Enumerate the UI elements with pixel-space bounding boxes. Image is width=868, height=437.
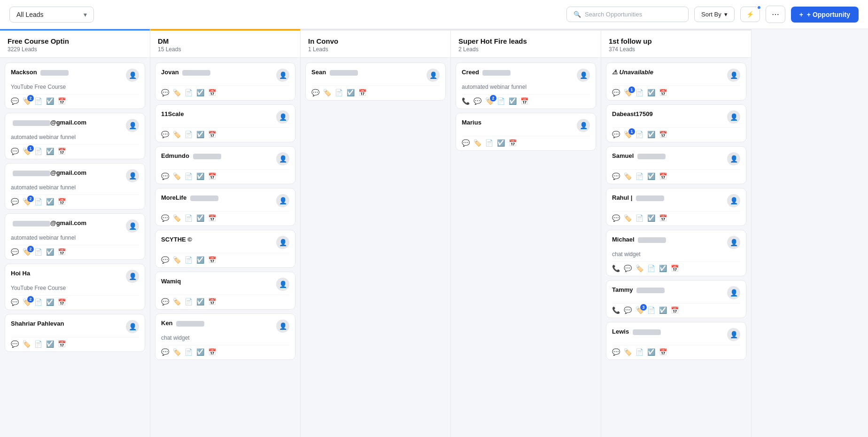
action-icon-0[interactable]: 💬 (161, 298, 169, 305)
avatar[interactable]: 👤 (126, 69, 139, 82)
action-icon-3[interactable]: ☑️ (46, 97, 54, 105)
card-jovan[interactable]: Jovan 👤 💬🏷️📄☑️📅 (155, 62, 295, 101)
action-icon-2[interactable]: 📄 (185, 89, 193, 96)
action-icon-4[interactable]: 📅 (58, 248, 66, 256)
action-icon-4[interactable]: ☑️ (509, 97, 517, 105)
card-gmail1[interactable]: @gmail.com 👤 automated webinar funnel 💬 … (5, 113, 145, 159)
card-tammy[interactable]: Tammy 👤 📞💬 🏷️3 📄☑️📅 (606, 280, 746, 318)
action-icon-4[interactable]: 📅 (58, 97, 66, 105)
more-button[interactable]: ⋯ (766, 6, 785, 23)
card-dabeast[interactable]: Dabeast17509 👤 💬 🏷️1 📄☑️📅 (606, 104, 746, 142)
avatar[interactable]: 👤 (126, 320, 139, 333)
action-icon-0[interactable]: 📞 (612, 306, 620, 314)
avatar[interactable]: 👤 (727, 194, 740, 207)
action-icon-3[interactable]: ☑️ (46, 248, 54, 256)
action-icon-3[interactable]: ☑️ (46, 198, 54, 205)
leads-dropdown[interactable]: All Leads ▾ (9, 7, 94, 23)
action-icon-2[interactable]: 📄 (34, 148, 42, 155)
card-creed[interactable]: Creed 👤 automated webinar funnel 📞💬 🏷️2 … (456, 62, 596, 109)
card-mackson[interactable]: Mackson 👤 YouTube Free Course 💬 🏷️2 📄☑️📅 (5, 62, 145, 109)
action-icon-3[interactable]: ☑️ (647, 214, 655, 222)
action-icon-3[interactable]: ☑️ (196, 348, 204, 356)
action-icon-1[interactable]: 🏷️ (323, 89, 331, 96)
action-icon-2[interactable]: 📄 (185, 131, 193, 138)
avatar[interactable]: 👤 (276, 278, 289, 291)
card-hoiha[interactable]: Hoi Ha 👤 YouTube Free Course 💬 🏷️2 📄☑️📅 (5, 264, 145, 310)
action-icon-5[interactable]: 📅 (520, 97, 528, 105)
action-icon-0[interactable]: 💬 (161, 256, 169, 264)
action-icon-2[interactable]: 📄 (636, 172, 643, 180)
avatar[interactable]: 👤 (577, 69, 590, 82)
action-icon-0[interactable]: 📞 (612, 265, 620, 272)
action-icon-0[interactable]: 💬 (612, 131, 620, 138)
avatar[interactable]: 👤 (276, 194, 289, 207)
action-icon-3[interactable]: ☑️ (497, 139, 505, 147)
avatar[interactable]: 👤 (126, 270, 139, 283)
sort-button[interactable]: Sort By ▾ (694, 7, 735, 22)
badge-icon[interactable]: 🏷️2 (485, 97, 493, 105)
action-icon-4[interactable]: 📅 (208, 89, 216, 96)
action-icon-4[interactable]: 📅 (659, 172, 667, 180)
action-icon-0[interactable]: 💬 (612, 214, 620, 222)
action-icon-4[interactable]: 📅 (659, 131, 667, 138)
action-icon-2[interactable]: 📄 (34, 248, 42, 256)
action-icon-2[interactable]: 🏷️ (636, 265, 643, 272)
action-icon-3[interactable]: 📄 (647, 306, 655, 314)
action-icon-3[interactable]: ☑️ (46, 340, 54, 348)
action-icon-4[interactable]: ☑️ (659, 265, 667, 272)
action-icon-0[interactable]: 💬 (11, 248, 19, 256)
action-icon-0[interactable]: 💬 (11, 198, 19, 205)
avatar[interactable]: 👤 (727, 69, 740, 82)
action-icon-0[interactable]: 💬 (612, 89, 620, 96)
badge-icon[interactable]: 🏷️3 (636, 306, 643, 314)
action-icon-1[interactable]: 🏷️ (173, 298, 181, 305)
action-icon-2[interactable]: 📄 (636, 89, 643, 96)
action-icon-0[interactable]: 💬 (11, 97, 19, 105)
avatar[interactable]: 👤 (727, 328, 740, 341)
card-shahriar[interactable]: Shahriar Pahlevan 👤 💬🏷️📄☑️📅 (5, 314, 145, 352)
add-opportunity-button[interactable]: + + Opportunity (791, 7, 859, 23)
action-icon-0[interactable]: 💬 (11, 340, 19, 348)
action-icon-2[interactable]: 📄 (34, 340, 42, 348)
action-icon-2[interactable]: 📄 (335, 89, 343, 96)
action-icon-1[interactable]: 🏷️ (23, 340, 31, 348)
filter-button[interactable]: ⚡ (740, 7, 760, 22)
action-icon-3[interactable]: ☑️ (647, 131, 655, 138)
action-icon-0[interactable]: 💬 (161, 214, 169, 222)
action-icon-1[interactable]: 🏷️ (624, 348, 632, 356)
card-lewis[interactable]: Lewis 👤 💬🏷️📄☑️📅 (606, 322, 746, 360)
action-icon-5[interactable]: 📅 (671, 306, 679, 314)
action-icon-1[interactable]: 💬 (473, 97, 481, 105)
card-sean[interactable]: Sean 👤 💬🏷️📄☑️📅 (305, 62, 446, 101)
avatar[interactable]: 👤 (276, 152, 289, 165)
action-icon-4[interactable]: 📅 (208, 298, 216, 305)
action-icon-5[interactable]: 📅 (671, 265, 679, 272)
action-icon-2[interactable]: 📄 (185, 298, 193, 305)
action-icon-1[interactable]: 🏷️ (173, 348, 181, 356)
card-rahul[interactable]: Rahul | 👤 💬🏷️📄☑️📅 (606, 188, 746, 226)
action-icon-0[interactable]: 💬 (612, 172, 620, 180)
card-samuel[interactable]: Samuel 👤 💬🏷️📄☑️📅 (606, 146, 746, 184)
action-icon-0[interactable]: 💬 (161, 131, 169, 138)
action-icon-3[interactable]: ☑️ (647, 348, 655, 356)
action-icon-1[interactable]: 🏷️ (624, 214, 632, 222)
action-icon-4[interactable]: 📅 (208, 348, 216, 356)
card-wamiq[interactable]: Wamiq 👤 💬🏷️📄☑️📅 (155, 272, 295, 310)
avatar[interactable]: 👤 (126, 169, 139, 182)
avatar[interactable]: 👤 (276, 110, 289, 124)
action-icon-4[interactable]: 📅 (58, 198, 66, 205)
action-icon-2[interactable]: 📄 (636, 131, 643, 138)
action-icon-0[interactable]: 💬 (11, 298, 19, 306)
badge-icon[interactable]: 🏷️1 (23, 148, 31, 155)
action-icon-0[interactable]: 💬 (311, 89, 319, 96)
action-icon-0[interactable]: 💬 (612, 348, 620, 356)
action-icon-0[interactable]: 💬 (161, 89, 169, 96)
action-icon-4[interactable]: 📅 (58, 298, 66, 306)
action-icon-3[interactable]: ☑️ (347, 89, 355, 96)
avatar[interactable]: 👤 (276, 236, 289, 249)
action-icon-1[interactable]: 🏷️ (173, 256, 181, 264)
action-icon-1[interactable]: 💬 (624, 265, 632, 272)
action-icon-1[interactable]: 🏷️ (624, 172, 632, 180)
avatar[interactable]: 👤 (727, 110, 740, 124)
badge-icon[interactable]: 🏷️1 (624, 89, 632, 96)
